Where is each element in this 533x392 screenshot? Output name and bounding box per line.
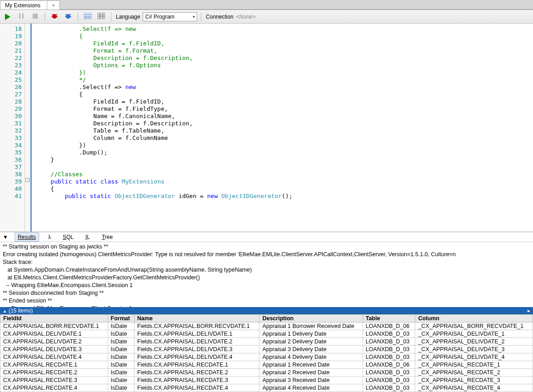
code-editor[interactable]: 1819202122232425262728293031323334353637… (0, 24, 533, 232)
language-value: C# Program (145, 14, 174, 20)
language-label: Language (115, 14, 141, 20)
stop-button[interactable] (29, 11, 41, 22)
results-panel: ** Starting session on Staging as jwicks… (0, 242, 533, 392)
expand-right-icon[interactable]: ▸ (528, 308, 530, 314)
table-row[interactable]: CX.APPRAISAL.RECDATE.3IsDateFields.CX.AP… (0, 377, 533, 384)
column-header[interactable]: Name (134, 315, 259, 323)
tree-tab[interactable]: Tree (99, 233, 115, 241)
plus-icon: + (52, 2, 55, 9)
bug-blue-icon (65, 12, 72, 21)
grid-title-bar[interactable]: ▲(15 items) ▸ (0, 307, 533, 314)
fold-column: − (25, 24, 30, 232)
chevron-down-icon: ▾ (193, 14, 195, 19)
language-dropdown[interactable]: C# Program ▾ (143, 12, 197, 21)
table-row[interactable]: CX.APPRAISAL.RECDATE.1IsDateFields.CX.AP… (0, 361, 533, 369)
svg-rect-2 (22, 13, 24, 19)
toolbar-separator (45, 12, 45, 21)
tab-bar: My Extensions + (0, 0, 533, 10)
toolbar-separator (78, 12, 78, 21)
bug-red-icon (51, 12, 58, 21)
tab-my-extensions[interactable]: My Extensions (0, 0, 47, 10)
tab-add[interactable]: + (47, 0, 60, 10)
column-header[interactable]: Table (363, 315, 415, 323)
sql-tab[interactable]: SQL (60, 233, 76, 241)
svg-rect-18 (98, 13, 105, 19)
column-header[interactable]: FieldId (0, 315, 108, 323)
toolbar-separator (201, 12, 201, 21)
collapse-icon[interactable]: ▼ (3, 234, 8, 240)
run-button[interactable] (2, 11, 14, 22)
table-row[interactable]: CX.APPRAISAL.DELIVDATE.1IsDateFields.CX.… (0, 330, 533, 338)
line-number-gutter: 1819202122232425262728293031323334353637… (0, 24, 25, 232)
app-root: My Extensions + Language C# Program ▾ Co… (0, 0, 533, 392)
code-surface[interactable]: .Select(f => new { FieldId = f.FieldID, … (32, 24, 533, 232)
connection-label: Connection (205, 14, 234, 20)
collapse-triangle-icon: ▲ (3, 309, 7, 313)
log-output: ** Starting session on Staging as jwicks… (0, 242, 533, 307)
table-row[interactable]: CX.APPRAISAL.DELIVDATE.4IsDateFields.CX.… (0, 353, 533, 361)
connection-value[interactable]: <None> (236, 14, 256, 20)
il-tab[interactable]: IL (83, 233, 93, 241)
results-tab[interactable]: Results (15, 233, 39, 242)
pause-button[interactable] (15, 11, 27, 22)
table-row[interactable]: CX.APPRAISAL.DELIVDATE.2IsDateFields.CX.… (0, 338, 533, 346)
svg-rect-1 (19, 13, 20, 19)
pause-icon (19, 13, 24, 20)
results-grid-icon (84, 13, 91, 20)
table-row[interactable]: CX.APPRAISAL.BORR.RECVDATE.1IsDateFields… (0, 323, 533, 330)
lambda-tab[interactable]: λ (45, 233, 54, 241)
results-table-button[interactable] (95, 11, 107, 22)
results-tab-bar: ▼ Results λ SQL IL Tree (0, 232, 533, 242)
main-toolbar: Language C# Program ▾ Connection <None> (0, 10, 533, 24)
column-header[interactable]: Column (415, 315, 533, 323)
results-grid-button[interactable] (82, 11, 94, 22)
column-header[interactable]: Description (259, 315, 363, 323)
play-icon (5, 14, 10, 20)
table-icon (98, 13, 105, 20)
table-row[interactable]: CX.APPRAISAL.RECDATE.2IsDateFields.CX.AP… (0, 369, 533, 377)
results-table: FieldIdFormatNameDescriptionTableColumnC… (0, 314, 533, 392)
debug-red-button[interactable] (49, 11, 60, 22)
table-row[interactable]: CX.APPRAISAL.RECDATE.4IsDateFields.CX.AP… (0, 384, 533, 392)
grid-count: (15 items) (9, 308, 33, 314)
table-row[interactable]: CX.APPRAISAL.DELIVDATE.3IsDateFields.CX.… (0, 346, 533, 353)
column-header[interactable]: Format (108, 315, 134, 323)
debug-blue-button[interactable] (62, 11, 74, 22)
svg-rect-3 (33, 14, 38, 19)
toolbar-separator (111, 12, 111, 21)
stop-icon (33, 14, 38, 20)
svg-rect-14 (84, 13, 91, 19)
svg-marker-0 (5, 14, 10, 20)
tab-label: My Extensions (5, 2, 40, 9)
